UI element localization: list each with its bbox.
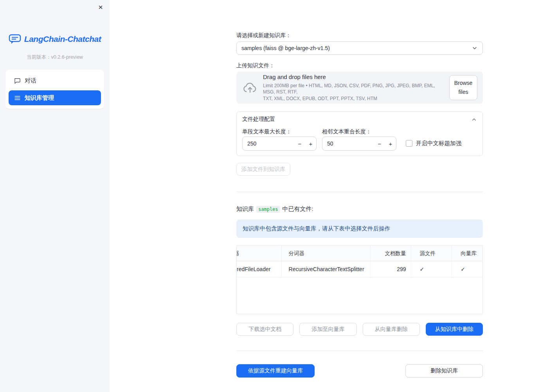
cloud-upload-icon (243, 82, 257, 94)
table-row[interactable]: redFileLoader RecursiveCharacterTextSpli… (237, 261, 482, 277)
chevron-up-icon (471, 117, 477, 122)
cell-doc-count: 299 (371, 261, 411, 277)
table-header-source-file: 源文件 (411, 246, 452, 261)
overlap-input[interactable]: 50 − + (322, 137, 396, 151)
expander-header[interactable]: 文件处理配置 (237, 112, 482, 127)
add-files-button[interactable]: 添加文件到知识库 (236, 163, 290, 176)
sidebar-item-label: 知识库管理 (25, 94, 54, 102)
app-logo: LangChain-Chatchat (0, 34, 110, 45)
kb-management-buttons: 依据源文件重建向量库 删除知识库 (236, 364, 483, 378)
table-header-vector-store: 向量库 (452, 246, 482, 261)
kb-select-label: 请选择或新建知识库： (236, 32, 483, 39)
cell-source-file-check: ✓ (411, 261, 452, 277)
dropzone-texts: Drag and drop files here Limit 200MB per… (263, 74, 448, 102)
table-header-splitter: 分词器 (282, 246, 371, 261)
max-length-value[interactable]: 250 (243, 140, 294, 147)
cell-splitter: RecursiveCharacterTextSplitter (282, 261, 371, 277)
delete-kb-button[interactable]: 删除知识库 (405, 364, 483, 378)
add-to-vector-store-button[interactable]: 添加至向量库 (299, 323, 356, 336)
close-icon: ✕ (98, 4, 103, 11)
overlap-label: 相邻文本重合长度： (322, 128, 371, 135)
remove-from-vector-store-button[interactable]: 从向量库删除 (363, 323, 420, 336)
increment-button[interactable]: + (305, 137, 316, 150)
file-action-buttons: 下载选中文档 添加至向量库 从向量库删除 从知识库中删除 (236, 323, 483, 336)
chat-bubble-icon (14, 77, 21, 84)
sidebar-menu: 对话 知识库管理 (5, 70, 104, 109)
max-length-input[interactable]: 250 − + (242, 137, 317, 151)
main-content: 请选择或新建知识库： samples (faiss @ bge-large-zh… (236, 0, 483, 392)
zh-title-enhance-option: 开启中文标题加强 (406, 140, 461, 147)
decrement-button[interactable]: − (294, 137, 305, 150)
existing-files-line: 知识库 samples 中已有文件: (236, 205, 483, 213)
kb-select[interactable]: samples (faiss @ bge-large-zh-v1.5) (236, 41, 483, 55)
divider (236, 351, 483, 351)
divider (236, 192, 483, 192)
increment-button[interactable]: + (385, 137, 396, 150)
zh-title-enhance-checkbox[interactable] (406, 140, 412, 147)
expander-title: 文件处理配置 (242, 116, 275, 123)
kb-name-code: samples (256, 206, 280, 213)
sidebar-item-knowledge-base[interactable]: 知识库管理 (9, 90, 101, 105)
dropzone-limit-text: Limit 200MB per file • HTML, MD, JSON, C… (263, 83, 448, 102)
decrement-button[interactable]: − (374, 137, 385, 150)
chevron-down-icon (472, 45, 478, 51)
files-table: 器 分词器 文档数量 源文件 向量库 redFileLoader Recursi… (236, 245, 483, 314)
zh-title-enhance-label: 开启中文标题加强 (416, 140, 461, 147)
logo-chat-icon (9, 34, 21, 45)
table-header-doc-count: 文档数量 (371, 246, 411, 261)
cell-loader: redFileLoader (237, 261, 282, 277)
cell-vector-store-check: ✓ (452, 261, 482, 277)
upload-label: 上传知识文件： (236, 62, 483, 69)
delete-from-kb-button[interactable]: 从知识库中删除 (426, 323, 483, 336)
table-header-loader: 器 (237, 246, 282, 261)
max-length-label: 单段文本最大长度： (242, 128, 292, 135)
version-text: 当前版本：v0.2.6-preview (0, 54, 110, 61)
file-config-expander: 文件处理配置 单段文本最大长度： 相邻文本重合长度： 250 − + 50 − … (236, 111, 483, 156)
file-dropzone[interactable]: Drag and drop files here Limit 200MB per… (236, 72, 483, 104)
kb-select-value: samples (faiss @ bge-large-zh-v1.5) (241, 45, 330, 51)
overlap-value[interactable]: 50 (322, 140, 374, 147)
browse-files-button[interactable]: Browse files (449, 75, 477, 100)
table-header-row: 器 分词器 文档数量 源文件 向量库 (237, 246, 482, 261)
dropzone-title: Drag and drop files here (263, 74, 448, 80)
list-icon (14, 94, 21, 101)
info-banner: 知识库中包含源文件与向量库，请从下表中选择文件后操作 (236, 219, 483, 238)
sidebar-close-button[interactable]: ✕ (95, 2, 106, 13)
rebuild-vector-store-button[interactable]: 依据源文件重建向量库 (236, 364, 315, 378)
sidebar: ✕ LangChain-Chatchat 当前版本：v0.2.6-preview… (0, 0, 110, 392)
sidebar-item-label: 对话 (25, 77, 36, 85)
sidebar-item-chat[interactable]: 对话 (9, 73, 101, 88)
logo-text: LangChain-Chatchat (24, 34, 101, 44)
download-selected-button[interactable]: 下载选中文档 (236, 323, 293, 336)
